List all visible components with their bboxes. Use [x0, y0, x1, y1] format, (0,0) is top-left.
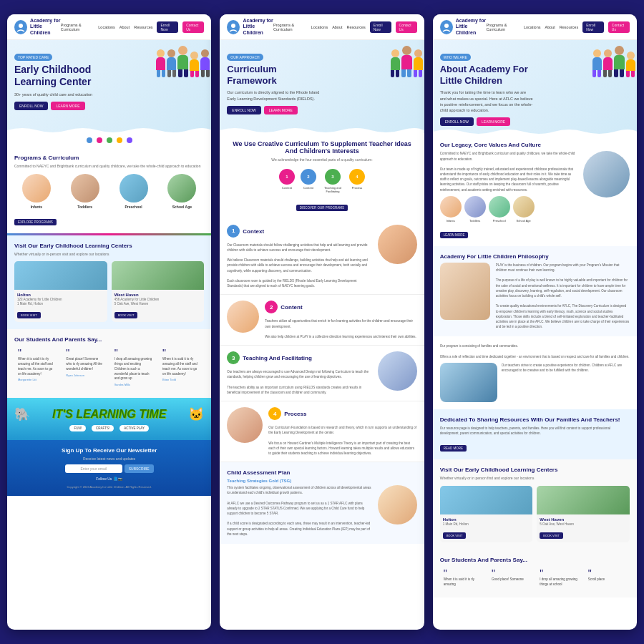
- location-holton-3: Holton 1 Main Rd, Holton BOOK VISIT: [440, 486, 533, 542]
- explore-programs-btn-1[interactable]: EXPLORE PROGRAMS: [14, 219, 57, 225]
- hero-learn-btn-3[interactable]: LEARN MORE: [477, 117, 510, 126]
- location-info-holton-1: Holton 123 Academy for Little Children 1…: [14, 290, 107, 322]
- hero-title-3: About Academy For Little Children: [440, 64, 540, 86]
- about-program-img-3: [489, 196, 510, 218]
- nav-contact-btn-3[interactable]: Contact Us: [608, 21, 630, 33]
- logo-icon-3: [440, 20, 453, 34]
- locations-grid-1: Holton 123 Academy for Little Children 1…: [14, 261, 204, 322]
- assessment-img-2: [378, 485, 417, 525]
- facebook-icon[interactable]: 📘: [113, 477, 118, 481]
- nav-enroll-btn-1[interactable]: Enroll Now: [157, 21, 178, 33]
- program-img-school-age: [167, 174, 196, 203]
- about-program-label-3: Preschool: [493, 219, 506, 223]
- hero-learn-btn-1[interactable]: LEARN MORE: [51, 102, 84, 110]
- about-program-img-1: [440, 196, 462, 218]
- page-2-curriculum: Academy for Little Children Programs & C…: [220, 14, 424, 630]
- nav-link-locations-3[interactable]: Locations: [524, 25, 541, 29]
- resources-text-3: Our resource page is designed to help te…: [440, 426, 630, 436]
- hero-label-3: WHO WE ARE: [440, 54, 471, 61]
- location-btn-westhaven-3[interactable]: BOOK VISIT: [540, 532, 563, 539]
- content-title: Content: [280, 304, 302, 311]
- nav-1: Academy for Little Children Programs & C…: [7, 14, 211, 40]
- teaching-title: Teaching And Facilitating: [243, 355, 311, 361]
- program-img-infants: [22, 174, 51, 203]
- hero-learn-btn-2[interactable]: LEARN MORE: [264, 106, 298, 114]
- quote-open-3: ": [114, 349, 152, 357]
- pages-container: Academy for Little Children Programs & C…: [7, 14, 637, 630]
- context-text: Our Classroom materials should follow ch…: [227, 243, 371, 289]
- quote-3-2: ": [492, 570, 530, 577]
- nav-link-about-1[interactable]: About: [119, 25, 130, 29]
- location-addr-holton-1: 123 Academy for Little Children: [17, 298, 104, 301]
- location-btn-holton-3[interactable]: BOOK VISIT: [443, 532, 467, 539]
- location-addr2-westhaven-1: 5 Oak Ave, West Haven: [114, 302, 202, 306]
- learning-banner-1: 🐘 IT'S LEARNING TIME 🐱 FUN! CRAFTS! ACTI…: [7, 398, 211, 440]
- teaching-section-2: 3 Teaching And Facilitating Our teachers…: [220, 346, 424, 401]
- newsletter-input-1[interactable]: Enter your email: [65, 464, 122, 473]
- hero-enroll-btn-1[interactable]: ENROLL NOW: [14, 102, 48, 110]
- banner-btn-crafts[interactable]: CRAFTS!: [92, 425, 114, 431]
- nav-enroll-btn-2[interactable]: Enroll Now: [370, 21, 391, 33]
- nav-link-locations-2[interactable]: Locations: [311, 25, 328, 29]
- location-name-westhaven-1: West Haven: [114, 293, 202, 297]
- nav-link-resources-2[interactable]: Resources: [347, 25, 366, 29]
- quote-3-1: ": [444, 570, 482, 577]
- location-name-westhaven-3: West Haven: [540, 517, 627, 522]
- location-btn-holton-1[interactable]: BOOK VISIT: [17, 312, 41, 318]
- hero-content-3: WHO WE ARE About Academy For Little Chil…: [440, 49, 630, 126]
- legacy-btn-3[interactable]: LEARN MORE: [440, 232, 469, 238]
- instagram-icon[interactable]: 📷: [118, 477, 122, 481]
- nav-link-locations-1[interactable]: Locations: [98, 25, 115, 29]
- philosophy-img-3: [440, 263, 490, 320]
- nav-link-about-2[interactable]: About: [332, 25, 342, 29]
- discover-programs-btn-2[interactable]: DISCOVER OUR PROGRAMS: [296, 205, 348, 211]
- testimonials-title-1: Our Students And Parents Say...: [14, 336, 204, 343]
- step-3: 3 Teaching and Facilitating: [322, 169, 343, 193]
- hero-subtitle-3: Thank you for taking the time to learn w…: [440, 89, 533, 113]
- context-img: [378, 225, 417, 264]
- hero-dots-1: [7, 133, 211, 147]
- location-btn-westhaven-1[interactable]: BOOK VISIT: [114, 312, 138, 318]
- hero-enroll-btn-3[interactable]: ENROLL NOW: [440, 117, 474, 126]
- testimonial-4: " When it is said it is rly amazing all …: [159, 346, 204, 391]
- nav-link-resources-3[interactable]: Resources: [560, 25, 578, 29]
- newsletter-btn-1[interactable]: SUBSCRIBE: [125, 464, 154, 473]
- cat-icon: 🐱: [188, 406, 204, 422]
- locations-subtitle-3: Whether virtually or in person find and …: [440, 476, 630, 482]
- nav-logo-1: Academy for Little Children: [14, 18, 61, 36]
- nav-link-programs-2[interactable]: Programs & Curriculum: [273, 23, 307, 31]
- banner-btn-fun[interactable]: FUN!: [69, 425, 86, 431]
- page-1-home: Academy for Little Children Programs & C…: [7, 14, 211, 630]
- nav-contact-btn-2[interactable]: Contact Us: [396, 21, 417, 33]
- locations-title-3: Visit Our Early Childhood Learning Cente…: [440, 467, 630, 473]
- testimonial-text-2: Great place! Someone who is rly amazing …: [66, 357, 104, 371]
- banner-btn-active[interactable]: ACTIVE PLAY: [119, 425, 149, 431]
- program-img-toddlers: [71, 174, 99, 203]
- step-label-2: Content: [303, 186, 313, 190]
- testimonial-3: " I drop all amazing growing things and …: [111, 346, 156, 391]
- testimonial-text-4: When it is said it is rly amazing all th…: [162, 357, 200, 376]
- locations-section-3: Visit Our Early Childhood Learning Cente…: [433, 459, 637, 550]
- quote-open-4: ": [162, 349, 200, 357]
- program-school-age: School Age: [160, 174, 204, 209]
- nav-logo-2: Academy for Little Children: [227, 18, 273, 36]
- location-holton-1: Holton 123 Academy for Little Children 1…: [14, 261, 107, 322]
- hero-enroll-btn-2[interactable]: ENROLL NOW: [227, 106, 260, 114]
- step-1: 1 Content: [279, 169, 295, 193]
- testimonial-name-2: Ryan Johnson: [66, 374, 104, 378]
- dot-1: [87, 137, 92, 143]
- nav-enroll-btn-3[interactable]: Enroll Now: [582, 21, 604, 33]
- locations-grid-3: Holton 1 Main Rd, Holton BOOK VISIT West…: [440, 486, 630, 542]
- nav-contact-btn-1[interactable]: Contact Us: [182, 21, 204, 33]
- program-label-school-age: School Age: [160, 205, 204, 209]
- nav-link-resources-1[interactable]: Resources: [134, 25, 152, 29]
- nav-link-programs-3[interactable]: Programs & Curriculum: [486, 23, 519, 31]
- steps-row-2: 1 Content 2 Content 3 Teaching and Facil…: [227, 169, 416, 193]
- location-img-holton-3: [440, 486, 533, 514]
- nav-link-programs-1[interactable]: Programs & Curriculum: [61, 23, 94, 31]
- nav-link-about-3[interactable]: About: [545, 25, 555, 29]
- location-name-holton-3: Holton: [443, 517, 530, 522]
- step-circle-2: 2: [301, 169, 316, 185]
- newsletter-input-row-1: Enter your email SUBSCRIBE: [14, 464, 204, 473]
- resources-btn-3[interactable]: READ MORE: [440, 445, 467, 452]
